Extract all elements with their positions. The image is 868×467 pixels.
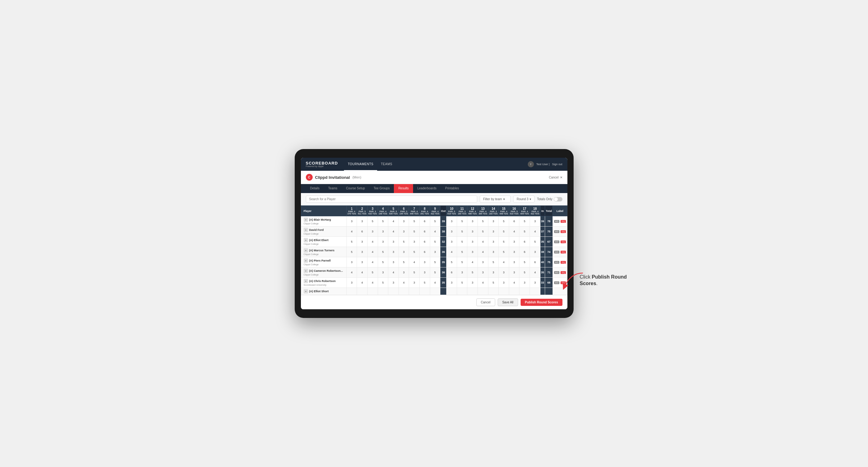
- back-hole-16-score[interactable]: 3: [509, 247, 519, 257]
- back-hole-18-score[interactable]: 3: [530, 216, 540, 226]
- tab-tee-groups[interactable]: Tee Groups: [369, 184, 394, 193]
- back-hole-13-score[interactable]: 4: [478, 247, 488, 257]
- back-hole-14-score[interactable]: [488, 288, 499, 295]
- teams-nav-link[interactable]: TEAMS: [377, 158, 396, 171]
- hole-5-score[interactable]: 3: [388, 278, 399, 288]
- signout-link[interactable]: Sign out: [552, 163, 562, 166]
- hole-4-score[interactable]: 5: [378, 216, 388, 226]
- hole-2-score[interactable]: 3: [357, 247, 368, 257]
- back-hole-15-score[interactable]: 5: [499, 237, 509, 247]
- back-hole-16-score[interactable]: [509, 288, 519, 295]
- hole-4-score[interactable]: 5: [378, 257, 388, 268]
- hole-1-score[interactable]: 5: [346, 237, 357, 247]
- hole-4-score[interactable]: 5: [378, 278, 388, 288]
- back-hole-16-score[interactable]: 3: [509, 268, 519, 278]
- back-hole-18-score[interactable]: 4: [530, 226, 540, 237]
- back-hole-16-score[interactable]: 4: [509, 278, 519, 288]
- hole-6-score[interactable]: 3: [399, 226, 409, 237]
- tournament-cancel-button[interactable]: Cancel ✕: [549, 176, 562, 179]
- hole-4-score[interactable]: [378, 288, 388, 295]
- hole-1-score[interactable]: 5: [346, 247, 357, 257]
- hole-5-score[interactable]: 4: [388, 226, 399, 237]
- back-hole-10-score[interactable]: 6: [446, 268, 457, 278]
- dq-badge[interactable]: DQ: [561, 261, 566, 264]
- dq-badge[interactable]: DQ: [561, 220, 566, 223]
- back-hole-16-score[interactable]: 3: [509, 257, 519, 268]
- hole-3-score[interactable]: 3: [367, 226, 378, 237]
- back-hole-14-score[interactable]: 3: [488, 247, 499, 257]
- back-hole-11-score[interactable]: 5: [457, 247, 467, 257]
- hole-9-score[interactable]: 4: [430, 226, 440, 237]
- hole-2-score[interactable]: 4: [357, 268, 368, 278]
- back-hole-18-score[interactable]: 6: [530, 257, 540, 268]
- back-hole-16-score[interactable]: 4: [509, 226, 519, 237]
- tab-details[interactable]: Details: [306, 184, 324, 193]
- back-hole-14-score[interactable]: 5: [488, 278, 499, 288]
- search-input[interactable]: [306, 195, 477, 203]
- back-hole-18-score[interactable]: 3: [530, 278, 540, 288]
- hole-2-score[interactable]: 3: [357, 237, 368, 247]
- tab-printables[interactable]: Printables: [441, 184, 463, 193]
- back-hole-17-score[interactable]: 5: [519, 268, 530, 278]
- back-hole-13-score[interactable]: 3: [478, 268, 488, 278]
- hole-9-score[interactable]: [430, 288, 440, 295]
- hole-3-score[interactable]: [367, 288, 378, 295]
- hole-5-score[interactable]: 3: [388, 247, 399, 257]
- back-hole-11-score[interactable]: 5: [457, 257, 467, 268]
- back-hole-17-score[interactable]: 5: [519, 226, 530, 237]
- back-hole-12-score[interactable]: 3: [467, 247, 478, 257]
- hole-3-score[interactable]: 4: [367, 247, 378, 257]
- hole-3-score[interactable]: 5: [367, 268, 378, 278]
- dq-badge[interactable]: DQ: [561, 241, 566, 243]
- back-hole-15-score[interactable]: 5: [499, 216, 509, 226]
- save-all-button[interactable]: Save All: [498, 299, 518, 306]
- back-hole-15-score[interactable]: 5: [499, 247, 509, 257]
- tab-teams[interactable]: Teams: [324, 184, 341, 193]
- hole-2-score[interactable]: 4: [357, 278, 368, 288]
- hole-2-score[interactable]: 6: [357, 226, 368, 237]
- round-select[interactable]: Round 3 ▾: [513, 195, 534, 203]
- wd-badge[interactable]: WD: [554, 261, 560, 264]
- hole-5-score[interactable]: 4: [388, 216, 399, 226]
- back-hole-18-score[interactable]: [530, 288, 540, 295]
- back-hole-10-score[interactable]: 5: [446, 257, 457, 268]
- hole-3-score[interactable]: 5: [367, 216, 378, 226]
- hole-6-score[interactable]: [399, 288, 409, 295]
- hole-8-score[interactable]: 5: [419, 278, 430, 288]
- back-hole-15-score[interactable]: [499, 288, 509, 295]
- hole-5-score[interactable]: 4: [388, 268, 399, 278]
- hole-6-score[interactable]: 3: [399, 268, 409, 278]
- back-hole-15-score[interactable]: 3: [499, 278, 509, 288]
- hole-8-score[interactable]: 3: [419, 268, 430, 278]
- wd-badge[interactable]: WD: [554, 241, 560, 243]
- back-hole-11-score[interactable]: 5: [457, 216, 467, 226]
- hole-2-score[interactable]: 3: [357, 216, 368, 226]
- hole-8-score[interactable]: 6: [419, 216, 430, 226]
- back-hole-14-score[interactable]: 5: [488, 257, 499, 268]
- back-hole-11-score[interactable]: 3: [457, 268, 467, 278]
- back-hole-11-score[interactable]: 5: [457, 237, 467, 247]
- hole-2-score[interactable]: 3: [357, 257, 368, 268]
- toggle-switch[interactable]: [554, 197, 562, 201]
- back-hole-12-score[interactable]: 4: [467, 257, 478, 268]
- hole-6-score[interactable]: 5: [399, 237, 409, 247]
- hole-9-score[interactable]: 5: [430, 237, 440, 247]
- back-hole-10-score[interactable]: 4: [446, 247, 457, 257]
- totals-only-toggle[interactable]: Totals Only: [537, 197, 562, 201]
- back-hole-13-score[interactable]: 4: [478, 278, 488, 288]
- hole-1-score[interactable]: 4: [346, 268, 357, 278]
- publish-round-scores-button[interactable]: Publish Round Scores: [521, 299, 562, 306]
- hole-7-score[interactable]: 3: [409, 278, 420, 288]
- back-hole-10-score[interactable]: 3: [446, 278, 457, 288]
- back-hole-17-score[interactable]: 6: [519, 237, 530, 247]
- back-hole-10-score[interactable]: 3: [446, 237, 457, 247]
- hole-7-score[interactable]: 5: [409, 216, 420, 226]
- hole-3-score[interactable]: 4: [367, 257, 378, 268]
- back-hole-14-score[interactable]: 3: [488, 226, 499, 237]
- tab-results[interactable]: Results: [394, 184, 413, 193]
- hole-1-score[interactable]: 3: [346, 257, 357, 268]
- back-hole-12-score[interactable]: 5: [467, 268, 478, 278]
- back-hole-13-score[interactable]: 5: [478, 216, 488, 226]
- hole-8-score[interactable]: 6: [419, 237, 430, 247]
- hole-1-score[interactable]: 3: [346, 216, 357, 226]
